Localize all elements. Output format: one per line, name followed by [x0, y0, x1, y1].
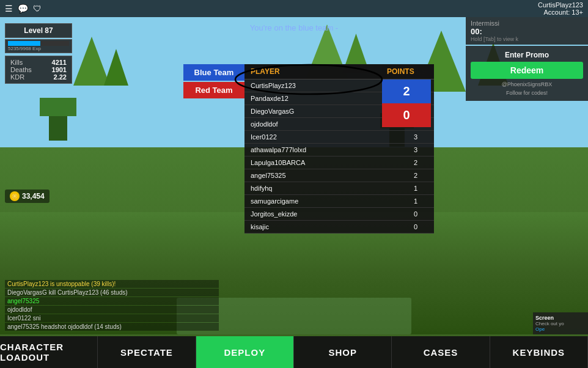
coin-icon: 🪙: [10, 191, 20, 201]
deaths-label: Deaths: [10, 66, 32, 73]
player-kills: 3: [397, 144, 434, 156]
list-item: CurtisPlayz123 is unstoppable (39 kills)…: [5, 280, 219, 288]
player-kills: 0: [397, 221, 434, 233]
intermission-label: Intermissi: [471, 20, 583, 27]
menu-icon[interactable]: ☰: [5, 4, 13, 13]
player-kills: 2: [397, 169, 434, 182]
team-selector: Blue Team Red Team: [183, 64, 244, 100]
kills-label: Kills: [10, 59, 23, 66]
player-kills: 0: [397, 208, 434, 220]
level-box: Level 87: [5, 23, 72, 38]
user-info: CurtisPlayz123 Account: 13+: [538, 1, 583, 16]
list-item: Icer0122 sni: [5, 314, 219, 322]
chat-feed: CurtisPlayz123 is unstoppable (39 kills)…: [5, 280, 219, 331]
level-label: Level 87: [24, 26, 53, 35]
top-bar: ☰ 💬 🛡 CurtisPlayz123 Account: 13+: [0, 0, 588, 17]
player-name: samugarcigame: [244, 195, 397, 207]
screen-hint-box: Screen Check out yo Ope: [533, 312, 588, 334]
social-hint-1: @PhoenixSignsRBX: [471, 81, 583, 87]
left-panel: Level 87 5235/9968 Exp Kills 4211 Deaths…: [5, 23, 72, 84]
red-team-button[interactable]: Red Team: [183, 82, 244, 98]
player-name: Jorgitos_ekizde: [244, 208, 397, 220]
deaths-row: Deaths 1901: [10, 66, 67, 73]
tab-hint: Hold [Tab] to view k: [471, 36, 583, 42]
player-name: Pandaxde12: [244, 92, 397, 105]
table-row: Lapulga10BARCA 2: [244, 156, 434, 169]
intermission-box: Intermissi 00: Hold [Tab] to view k: [466, 17, 588, 45]
blue-points-value: 2: [382, 79, 431, 103]
points-column: Points 2 0: [382, 64, 431, 127]
timer-display: 00:: [471, 27, 583, 36]
screen-hint-link[interactable]: Ope: [535, 326, 586, 332]
player-name: ojdodldof: [244, 118, 397, 130]
blue-team-button[interactable]: Blue Team: [183, 64, 244, 81]
enter-promo-label: Enter Promo: [471, 51, 583, 59]
account-label: Account: 13+: [538, 9, 583, 16]
bottom-navbar: CHARACTER LOADOUTSPECTATEDEPLOYSHOPCASES…: [0, 336, 588, 368]
currency-box: 🪙 33,454: [5, 190, 50, 203]
nav-item-spectate[interactable]: SPECTATE: [98, 336, 196, 368]
kdr-value: 2.22: [54, 73, 67, 81]
nav-item-cases[interactable]: CASES: [392, 336, 490, 368]
table-row: Jorgitos_ekizde 0: [244, 208, 434, 221]
points-header-cell: Points: [382, 64, 431, 79]
table-row: angel75325 2: [244, 169, 434, 182]
player-name: athawalpa777lolxd: [244, 144, 397, 156]
right-panel: Intermissi 00: Hold [Tab] to view k Ente…: [466, 17, 588, 102]
red-points-value: 0: [382, 103, 431, 127]
player-name: CurtisPlayz123: [244, 79, 397, 92]
kdr-label: KDR: [10, 73, 24, 81]
player-kills: 1: [397, 182, 434, 194]
kdr-row: KDR 2.22: [10, 73, 67, 81]
nav-item-deploy[interactable]: DEPLOY: [196, 336, 294, 368]
screen-hint-text: Check out yo: [535, 321, 586, 326]
exp-bar-container: 5235/9968 Exp: [5, 39, 72, 53]
redeem-button[interactable]: Redeem: [471, 62, 583, 79]
list-item: angel75325: [5, 297, 219, 305]
stats-box: Kills 4211 Deaths 1901 KDR 2.22: [5, 56, 72, 84]
blue-team-message: You're on the blue team -: [250, 23, 338, 32]
kills-row: Kills 4211: [10, 59, 67, 66]
exp-bar-bg: [8, 41, 69, 46]
nav-item-shop[interactable]: SHOP: [294, 336, 392, 368]
shield-icon[interactable]: 🛡: [33, 4, 42, 13]
kills-value: 4211: [52, 59, 67, 66]
list-item: DiegoVargasG kill CurtisPlayz123 (46 stu…: [5, 289, 219, 296]
deaths-value: 1901: [52, 66, 67, 73]
chat-icon[interactable]: 💬: [18, 4, 28, 13]
social-hint-2: Follow for codes!: [471, 90, 583, 96]
player-kills: 2: [397, 156, 434, 169]
currency-value: 33,454: [22, 192, 45, 201]
player-name: kisajic: [244, 221, 397, 233]
table-row: athawalpa777lolxd 3: [244, 144, 434, 156]
list-item: angel75325 headshot ojdodldof (14 studs): [5, 323, 219, 331]
exp-bar-fill: [8, 41, 40, 46]
nav-item-keybinds[interactable]: KEYBINDS: [490, 336, 588, 368]
list-item: ojdodldof: [5, 306, 219, 314]
nav-item-loadout[interactable]: CHARACTER LOADOUT: [0, 336, 98, 368]
player-name: Lapulga10BARCA: [244, 156, 397, 169]
username-label: CurtisPlayz123: [538, 1, 583, 9]
exp-text: 5235/9968 Exp: [8, 46, 69, 51]
player-name: angel75325: [244, 169, 397, 182]
player-kills: 1: [397, 195, 434, 207]
promo-box: Enter Promo Redeem @PhoenixSignsRBX Foll…: [466, 46, 588, 101]
table-row: hdifyhq 1: [244, 182, 434, 195]
player-name: DiegoVargasG: [244, 105, 397, 117]
screen-hint-title: Screen: [535, 315, 586, 321]
table-row: samugarcigame 1: [244, 195, 434, 208]
player-name: Icer0122: [244, 131, 397, 143]
player-name: hdifyhq: [244, 182, 397, 194]
table-row: Icer0122 3: [244, 131, 434, 144]
player-kills: 3: [397, 131, 434, 143]
player-column-header: PLAYER: [244, 64, 397, 79]
table-row: kisajic 0: [244, 221, 434, 234]
top-bar-left: ☰ 💬 🛡: [5, 4, 42, 13]
